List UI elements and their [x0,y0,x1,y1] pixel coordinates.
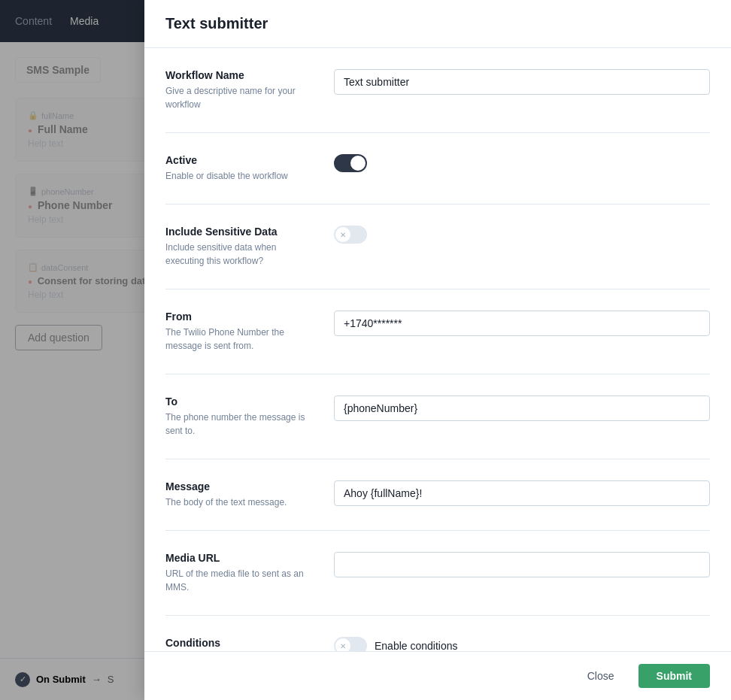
divider-4 [165,374,710,374]
conditions-toggle-knob: ✕ [335,638,350,651]
from-description: The Twilio Phone Number the message is s… [165,326,316,353]
active-label: Active [165,154,316,166]
sensitive-data-label: Include Sensitive Data [165,226,316,238]
sensitive-data-row: Include Sensitive Data Include sensitive… [165,226,710,268]
divider-7 [165,615,710,616]
conditions-row: Conditions ✕ Enable conditions [165,637,710,651]
divider-6 [165,530,710,531]
media-url-input[interactable] [334,552,710,577]
close-button[interactable]: Close [572,664,629,688]
modal-title: Text submitter [165,15,710,32]
sensitive-toggle-knob: ✕ [335,227,350,242]
enable-conditions-label: Enable conditions [375,640,458,651]
message-row: Message The body of the text message. [165,480,710,509]
from-label: From [165,311,316,323]
from-row: From The Twilio Phone Number the message… [165,311,710,353]
media-url-label: Media URL [165,552,316,564]
conditions-toggle-row: ✕ Enable conditions [334,637,710,651]
conditions-toggle[interactable]: ✕ [334,637,367,651]
active-toggle-knob [350,156,366,171]
to-label: To [165,395,316,408]
to-row: To The phone number the message is sent … [165,395,710,438]
modal-panel: Text submitter Workflow Name Give a desc… [144,0,731,700]
divider-2 [165,204,710,205]
active-description: Enable or disable the workflow [165,169,316,183]
divider-5 [165,459,710,459]
modal-header: Text submitter [144,0,731,48]
divider-1 [165,132,710,133]
to-input[interactable] [334,395,710,421]
media-url-row: Media URL URL of the media file to sent … [165,552,710,594]
workflow-name-row: Workflow Name Give a descriptive name fo… [165,69,710,111]
sensitive-data-description: Include sensitive data when executing th… [165,241,316,268]
message-label: Message [165,480,316,492]
active-toggle-wrapper [334,154,710,172]
message-input[interactable] [334,480,710,506]
conditions-label: Conditions [165,637,316,649]
workflow-name-description: Give a descriptive name for your workflo… [165,84,316,111]
workflow-name-input[interactable] [334,69,710,95]
from-input[interactable] [334,311,710,336]
sensitive-toggle-wrapper: ✕ [334,226,710,244]
active-row: Active Enable or disable the workflow [165,154,710,183]
message-description: The body of the text message. [165,495,316,509]
submit-button[interactable]: Submit [638,664,710,688]
footer-actions: Close Submit [165,664,710,688]
divider-3 [165,289,710,289]
media-url-description: URL of the media file to sent as an MMS. [165,567,316,594]
modal-body: Workflow Name Give a descriptive name fo… [144,48,731,651]
workflow-name-label: Workflow Name [165,69,316,81]
modal-footer: Close Submit [144,651,731,700]
to-description: The phone number the message is sent to. [165,411,316,438]
sensitive-toggle[interactable]: ✕ [334,226,367,244]
active-toggle[interactable] [334,154,367,172]
